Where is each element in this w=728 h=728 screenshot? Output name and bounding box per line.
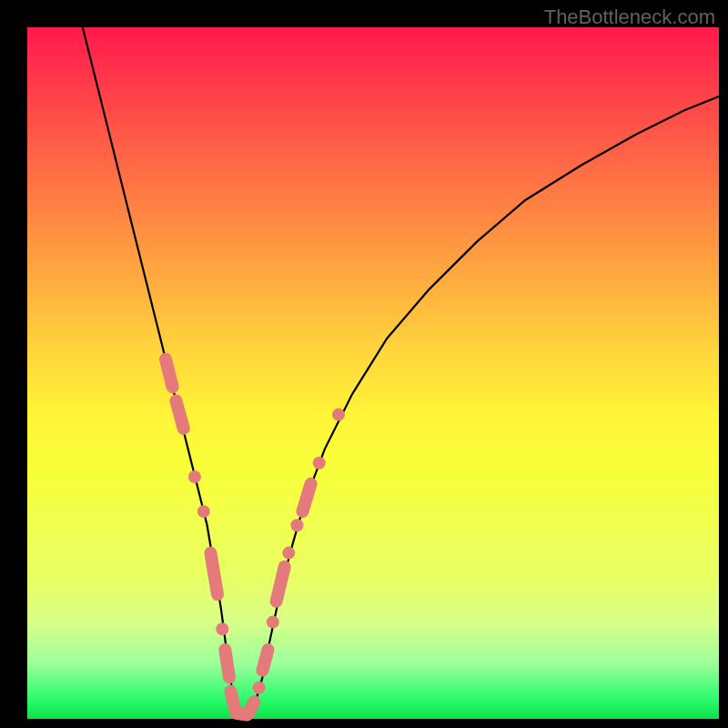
data-segment [277, 567, 285, 602]
data-point [313, 457, 326, 470]
plot-area [27, 27, 719, 719]
data-segment [262, 650, 268, 671]
bottleneck-curve [83, 27, 719, 715]
data-segment [176, 400, 183, 428]
data-segment [166, 359, 173, 387]
curve-layer [27, 27, 719, 719]
data-segment [225, 650, 229, 677]
data-point [253, 682, 266, 694]
data-point [197, 505, 210, 518]
watermark-text: TheBottleneck.com [544, 5, 715, 29]
data-markers [166, 359, 345, 715]
data-segment [248, 702, 254, 713]
data-point [282, 547, 295, 560]
data-point [216, 622, 228, 635]
data-point [188, 470, 201, 483]
data-segment [230, 692, 235, 709]
data-segment [210, 553, 217, 595]
data-segment [302, 484, 310, 511]
data-point [332, 409, 345, 421]
chart-frame: TheBottleneck.com [0, 0, 728, 728]
data-point [267, 616, 279, 629]
data-point [290, 519, 303, 531]
